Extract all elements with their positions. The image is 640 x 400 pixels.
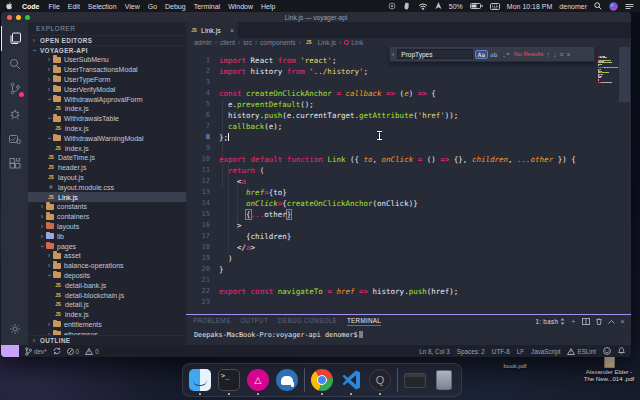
close-panel-button[interactable]: ×	[621, 318, 625, 325]
panel-tab-debug-console[interactable]: DEBUG CONSOLE	[278, 317, 337, 326]
menu-item-debug[interactable]: Debug	[165, 3, 186, 10]
close-tab-icon[interactable]: ×	[230, 27, 234, 34]
tree-folder[interactable]: ›asset	[28, 251, 186, 261]
find-prev-button[interactable]: ↑	[546, 51, 550, 58]
dock-item-trash[interactable]	[432, 368, 456, 392]
terminal-shell-select[interactable]: 1: bash	[535, 318, 565, 325]
status-ln-8-col-3[interactable]: Ln 8, Col 3	[419, 348, 449, 355]
settings-gear-icon[interactable]	[1, 316, 28, 341]
tree-file[interactable]: JSindex.js	[28, 124, 186, 134]
find-in-selection-button[interactable]: ≡	[559, 51, 563, 58]
battery-icon[interactable]	[470, 3, 483, 9]
hand-icon[interactable]	[403, 2, 411, 10]
breadcrumb-item-client[interactable]: client	[220, 39, 235, 46]
menu-item-view[interactable]: View	[125, 3, 140, 10]
open-editors-section[interactable]: › OPEN EDITORS	[28, 35, 186, 45]
tree-file[interactable]: JSindex.js	[28, 143, 186, 153]
tree-file[interactable]: JSindex.js	[28, 104, 186, 114]
find-next-button[interactable]: ↓	[553, 51, 557, 58]
breadcrumb-item-link-js[interactable]: JSLink.js	[304, 39, 336, 46]
tree-folder[interactable]: ›UserTypeForm	[28, 75, 186, 85]
tree-file[interactable]: #layout.module.css	[28, 182, 186, 192]
workspace-root-section[interactable]: › VOYAGER-API	[28, 45, 186, 55]
search-icon[interactable]	[594, 2, 602, 10]
find-toggle-ab[interactable]: ab	[489, 51, 499, 58]
location-icon[interactable]	[435, 2, 442, 10]
code-editor[interactable]: 1import React from 'react';2import histo…	[186, 47, 631, 314]
menu-item-go[interactable]: Go	[148, 3, 157, 10]
tree-folder[interactable]: ›pages	[28, 241, 186, 251]
tree-folder[interactable]: ›layouts	[28, 222, 186, 232]
status-bell[interactable]	[618, 347, 625, 355]
tree-file[interactable]: JSLink.js	[28, 192, 186, 202]
status-eslint[interactable]: ESLint	[567, 348, 596, 355]
dock-item-graphql[interactable]: △	[246, 368, 270, 392]
panel-tab-problems[interactable]: PROBLEMS	[193, 317, 230, 326]
split-terminal-button[interactable]	[582, 318, 590, 325]
tree-folder[interactable]: ›WithdrawalsTable	[28, 114, 186, 124]
tree-file[interactable]: JSindex.js	[28, 310, 186, 320]
menu-item-terminal[interactable]: Terminal	[194, 3, 220, 10]
panel-tab-output[interactable]: OUTPUT	[240, 317, 268, 326]
outline-section[interactable]: › OUTLINE	[28, 335, 186, 345]
tree-file[interactable]: JSlayout.js	[28, 173, 186, 183]
find-expand-chevron-icon[interactable]: ›	[392, 51, 394, 58]
breadcrumb-item-admin[interactable]: admin	[194, 39, 212, 46]
dock-item-minimized-window[interactable]	[403, 368, 427, 392]
search-icon[interactable]	[1, 51, 28, 76]
status-warning[interactable]: 0	[85, 348, 99, 355]
menu-item-code[interactable]: Code	[22, 3, 40, 10]
menu-item-file[interactable]: File	[49, 3, 60, 10]
find-input[interactable]: PropTypes	[397, 49, 473, 59]
tree-folder[interactable]: ›WithdrawalWarningModal	[28, 133, 186, 143]
find-toggle-aa[interactable]: Aa	[476, 51, 486, 58]
tree-file[interactable]: JSdetail.js	[28, 300, 186, 310]
tree-file[interactable]: JSDateTime.js	[28, 153, 186, 163]
status-spaces-2[interactable]: Spaces: 2	[457, 348, 485, 355]
find-toggle-dot*[interactable]: .*	[501, 51, 511, 58]
menu-item-window[interactable]: Window	[228, 3, 253, 10]
debug-icon[interactable]	[1, 101, 28, 126]
editor-scrollbar[interactable]	[618, 47, 631, 314]
dock-item-postgres[interactable]	[275, 368, 299, 392]
dock-item-quicktime[interactable]: Q	[368, 368, 392, 392]
control-center-icon[interactable]	[625, 3, 634, 10]
status-javascript[interactable]: JavaScript	[531, 348, 560, 355]
maximize-panel-button[interactable]	[608, 320, 615, 324]
tree-folder[interactable]: ›UserVerifyModal	[28, 84, 186, 94]
menu-item-edit[interactable]: Edit	[68, 3, 80, 10]
find-close-button[interactable]: ×	[566, 51, 570, 58]
minimap[interactable]	[596, 47, 618, 314]
explorer-icon[interactable]	[1, 26, 28, 51]
tree-folder[interactable]: ›lib	[28, 231, 186, 241]
panel-tab-terminal[interactable]: TERMINAL	[347, 317, 381, 326]
tree-file[interactable]: JSdetail-blockchain.js	[28, 290, 186, 300]
clock[interactable]: Mon 10:18 PM	[507, 3, 553, 10]
tab-link-js[interactable]: JS Link.js ×	[186, 22, 238, 38]
menu-item-selection[interactable]: Selection	[88, 3, 117, 10]
wifi-icon[interactable]	[418, 3, 428, 10]
tree-file[interactable]: JSheader.js	[28, 163, 186, 173]
window-titlebar[interactable]: Link.js — voyager-api	[1, 12, 631, 22]
extensions-icon[interactable]	[1, 151, 28, 176]
siri-icon[interactable]	[609, 2, 618, 11]
tree-folder[interactable]: ›WithdrawalApprovalForm	[28, 94, 186, 104]
status-utf-8[interactable]: UTF-8	[492, 348, 510, 355]
new-terminal-button[interactable]: +	[571, 318, 575, 325]
status-error[interactable]: 0	[67, 348, 80, 355]
record-icon[interactable]	[388, 2, 396, 10]
desktop-file[interactable]: Alexander Elder - The New...014 .pdf	[580, 355, 638, 383]
status-smiley[interactable]	[603, 347, 611, 355]
remote-indicator[interactable]	[1, 345, 19, 357]
status-branch[interactable]: dev*	[25, 347, 47, 356]
dock-item-vscode[interactable]	[339, 368, 363, 392]
kill-terminal-button[interactable]	[596, 318, 602, 325]
status-sync[interactable]	[53, 347, 61, 355]
menu-item-help[interactable]: Help	[261, 3, 275, 10]
tree-folder[interactable]: ›UserTransactionsModal	[28, 65, 186, 75]
status-lf[interactable]: LF	[517, 348, 524, 355]
breadcrumb-item-components[interactable]: components	[260, 39, 295, 46]
tree-file[interactable]: JSdetail-bank.js	[28, 280, 186, 290]
docker-icon[interactable]	[1, 126, 28, 151]
breadcrumb-item-link[interactable]: Link	[344, 39, 363, 46]
